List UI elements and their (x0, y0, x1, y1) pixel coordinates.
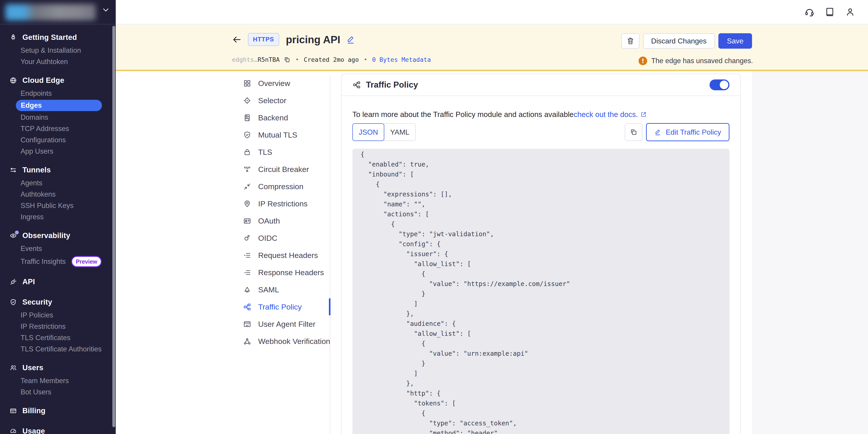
metadata-link[interactable]: 0 Bytes Metadata (372, 56, 431, 63)
docs-link[interactable]: check out the docs. (574, 110, 638, 119)
book-icon[interactable] (825, 7, 835, 17)
external-link-icon[interactable] (640, 111, 647, 118)
sidebar-item-app-users[interactable]: App Users (0, 146, 113, 157)
sidebar-item-setup-installation[interactable]: Setup & Installation (0, 45, 113, 56)
chevron-down-icon[interactable] (101, 5, 110, 15)
gauge-icon (9, 428, 17, 434)
edit-traffic-policy-label: Edit Traffic Policy (666, 128, 721, 137)
account-switcher[interactable] (5, 4, 96, 20)
preview-badge: Preview (71, 256, 102, 267)
edit-title-pencil-icon[interactable] (346, 35, 356, 45)
module-nav-item-oauth[interactable]: OAuth (243, 212, 330, 229)
module-nav-item-overview[interactable]: Overview (243, 75, 330, 92)
module-nav-item-request-headers[interactable]: Request Headers (243, 247, 330, 264)
sidebar-item-team-members[interactable]: Team Members (0, 375, 113, 386)
sidebar-section-label: Security (22, 298, 52, 307)
sidebar-item-ip-restrictions[interactable]: IP Restrictions (0, 321, 113, 332)
sidebar-item-authtokens[interactable]: Authtokens (0, 189, 113, 200)
module-nav-item-traffic-policy[interactable]: Traffic Policy (243, 298, 330, 315)
sidebar-item-tcp-addresses[interactable]: TCP Addresses (0, 123, 113, 135)
code-line: }, (361, 309, 721, 319)
content-area: OverviewSelectorBackendMutual TLSTLSCirc… (116, 71, 868, 434)
sidebar-item-agents[interactable]: Agents (0, 177, 113, 189)
module-nav-item-backend[interactable]: Backend (243, 109, 330, 126)
module-nav-item-ip-restrictions[interactable]: IP Restrictions (243, 195, 330, 212)
tab-json[interactable]: JSON (352, 123, 384, 141)
module-nav-item-response-headers[interactable]: Response Headers (243, 264, 330, 281)
discard-changes-button[interactable]: Discard Changes (643, 33, 715, 49)
traffic-policy-toggle[interactable] (710, 80, 730, 90)
panel-title: Traffic Policy (366, 80, 418, 90)
sidebar-section-getting-started[interactable]: Getting Started (0, 30, 113, 45)
sidebar-item-traffic-insights[interactable]: Traffic InsightsPreview (0, 254, 113, 269)
sidebar-section-security[interactable]: Security (0, 295, 113, 310)
right-gutter (752, 71, 868, 434)
created-timestamp: Created 2mo ago (304, 56, 359, 63)
module-nav-selected-indicator (329, 298, 331, 315)
code-line: { (361, 219, 721, 229)
sidebar-section-label: Usage (22, 427, 45, 434)
save-button[interactable]: Save (718, 33, 752, 49)
code-line: ] (361, 299, 721, 309)
sidebar-item-label: SSH Public Keys (21, 202, 73, 210)
sidebar-section-label: Observability (22, 231, 70, 240)
copy-policy-button[interactable] (625, 123, 643, 141)
sidebar-item-ssh-public-keys[interactable]: SSH Public Keys (0, 200, 113, 211)
code-line: "actions": [ (361, 209, 721, 219)
code-line: "allow_list": [ (361, 329, 721, 339)
module-nav-item-tls[interactable]: TLS (243, 143, 330, 161)
sidebar-item-configurations[interactable]: Configurations (0, 135, 113, 146)
module-nav-item-compression[interactable]: Compression (243, 178, 330, 195)
copy-icon[interactable] (284, 56, 290, 63)
module-nav-item-selector[interactable]: Selector (243, 92, 330, 109)
sidebar-section-users[interactable]: Users (0, 360, 113, 375)
sidebar-item-ingress[interactable]: Ingress (0, 211, 113, 223)
module-nav-label: Response Headers (258, 268, 324, 277)
sidebar-item-label: Team Members (21, 377, 69, 385)
oidc-icon (243, 234, 251, 242)
tab-yaml[interactable]: YAML (384, 123, 416, 141)
sidebar-item-edges[interactable]: Edges (16, 100, 102, 111)
sidebar-item-endpoints[interactable]: Endpoints (0, 88, 113, 99)
unsaved-notice: ! The edge has unsaved changes. (639, 57, 753, 65)
edge-id: edghts…R5nTBA (232, 56, 280, 63)
code-line: "expressions": [], (361, 190, 721, 199)
sidebar-item-domains[interactable]: Domains (0, 112, 113, 123)
module-nav-item-webhook-verification[interactable]: Webhook Verification (243, 332, 330, 350)
module-nav-item-saml[interactable]: SAML (243, 281, 330, 298)
sidebar-section-tunnels[interactable]: Tunnels (0, 163, 113, 177)
back-arrow-icon[interactable] (232, 34, 242, 45)
globe-icon (9, 77, 17, 84)
sidebar-item-label: Ingress (21, 213, 43, 221)
sidebar-item-tls-certificate-authorities[interactable]: TLS Certificate Authorities (0, 344, 113, 355)
module-nav-item-mutual-tls[interactable]: Mutual TLS (243, 126, 330, 143)
delete-edge-button[interactable] (621, 33, 640, 49)
sidebar-section-observability[interactable]: Observability (0, 228, 113, 243)
sidebar-section-api[interactable]: API (0, 274, 113, 289)
sidebar-scrollbar[interactable] (112, 26, 115, 427)
edge-header: HTTPS pricing API edghts…R5nTBA • Create… (116, 25, 868, 71)
sidebar-item-tls-certificates[interactable]: TLS Certificates (0, 332, 113, 344)
sidebar-section-usage[interactable]: Usage (0, 424, 113, 434)
sidebar-item-label: Edges (21, 102, 42, 110)
person-icon[interactable] (845, 7, 855, 17)
sidebar-item-bot-users[interactable]: Bot Users (0, 386, 113, 398)
sidebar-item-events[interactable]: Events (0, 243, 113, 254)
code-line: "issuer": { (361, 249, 721, 259)
sidebar-item-label: TCP Addresses (21, 125, 69, 133)
sidebar-section-billing[interactable]: Billing (0, 403, 113, 418)
sidebar-item-ip-policies[interactable]: IP Policies (0, 310, 113, 321)
module-nav-item-circuit-breaker[interactable]: Circuit Breaker (243, 161, 330, 178)
edit-traffic-policy-button[interactable]: Edit Traffic Policy (646, 123, 730, 141)
rocket-icon (9, 34, 17, 41)
lock-icon (243, 148, 251, 156)
code-line: } (361, 289, 721, 299)
module-nav-item-oidc[interactable]: OIDC (243, 229, 330, 247)
sidebar-item-your-authtoken[interactable]: Your Authtoken (0, 56, 113, 67)
code-line: "allow_list": [ (361, 259, 721, 269)
headset-icon[interactable] (804, 7, 815, 17)
module-nav-item-user-agent-filter[interactable]: User Agent Filter (243, 315, 330, 332)
sidebar-section-cloud-edge[interactable]: Cloud Edge (0, 73, 113, 88)
module-nav-label: Selector (258, 96, 286, 105)
circuit-breaker-icon (243, 165, 251, 174)
